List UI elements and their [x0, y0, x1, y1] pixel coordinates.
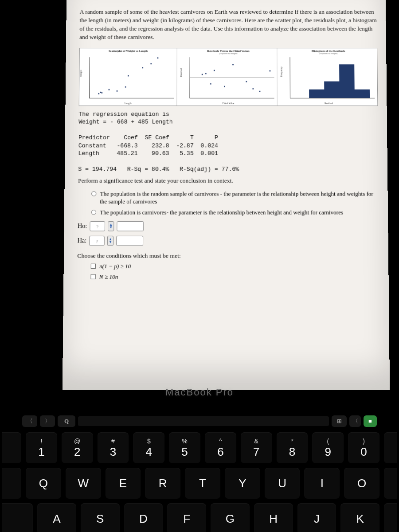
h0-label: Ho:: [78, 223, 87, 230]
key-E[interactable]: E: [106, 468, 141, 499]
residual-body: [189, 57, 274, 98]
key-8[interactable]: *8: [277, 432, 308, 463]
intro-text: A random sample of some of the heaviest …: [79, 8, 377, 42]
condition-2[interactable]: N ≥ 10n: [90, 273, 379, 281]
histogram-plot: Histogram of the Residuals (response is …: [280, 48, 377, 106]
worksheet-page: A random sample of some of the heaviest …: [63, 0, 390, 390]
scatter-plot: Scatterplot of Weight vs Length Weight L…: [79, 48, 177, 106]
option-2[interactable]: The population is carnivores- the parame…: [91, 208, 379, 216]
key-K[interactable]: K: [340, 503, 379, 532]
touch-bar: 〈 〉 Q ⊞ 〈 ■: [18, 415, 381, 428]
key-edge-right[interactable]: [384, 468, 397, 499]
key-edge-right[interactable]: [384, 503, 397, 532]
key-G[interactable]: G: [211, 503, 250, 532]
condition-2-text: N ≥ 10n: [99, 273, 118, 281]
touchbar-forward[interactable]: 〉: [40, 415, 55, 427]
key-4[interactable]: $4: [133, 432, 164, 463]
scatter-body: [89, 57, 174, 98]
hist-body: [290, 57, 375, 98]
key-Y[interactable]: Y: [225, 468, 260, 499]
touchbar-search-icon[interactable]: Q: [58, 415, 75, 427]
key-edge-left[interactable]: [2, 432, 21, 463]
keyboard: !1@2#3$4%5^6&7*8(9)0 QWERTYUIO ASDFGHJK …: [0, 432, 399, 532]
option-1[interactable]: The population is the random sample of c…: [91, 190, 379, 206]
condition-1-text: n(1 − p) ≥ 10: [99, 262, 131, 270]
key-R[interactable]: R: [145, 468, 180, 499]
ha-label: Ha:: [78, 237, 87, 244]
key-edge-left[interactable]: [2, 468, 21, 499]
key-9[interactable]: (9: [312, 432, 344, 463]
key-T[interactable]: T: [185, 468, 220, 499]
h0-input[interactable]: [117, 221, 144, 231]
key-3[interactable]: #3: [98, 432, 129, 463]
h0-row: Ho: ? ▲▼: [78, 221, 379, 231]
checkbox-icon[interactable]: [90, 274, 95, 279]
ha-row: Ha: ? ▲▼: [78, 235, 379, 246]
key-W[interactable]: W: [66, 468, 101, 499]
question-prompt: Perform a significance test and state yo…: [78, 177, 379, 184]
key-edge-right[interactable]: [384, 432, 397, 463]
touchbar-newtab-icon[interactable]: ⊞: [332, 415, 347, 427]
key-O[interactable]: O: [344, 468, 379, 499]
h0-select-arrow[interactable]: ▲▼: [108, 221, 114, 231]
ha-select[interactable]: ?: [89, 235, 105, 246]
key-D[interactable]: D: [124, 503, 163, 532]
key-U[interactable]: U: [265, 468, 300, 499]
regression-output: The regression equation is Weight = - 66…: [78, 110, 379, 174]
key-0[interactable]: )0: [348, 432, 379, 463]
ha-input[interactable]: [116, 235, 143, 246]
touchbar-back[interactable]: 〈: [22, 415, 37, 427]
radio-icon[interactable]: [91, 191, 96, 196]
residual-plot: Residuals Versus the Fitted Values (resp…: [180, 48, 278, 106]
h0-select[interactable]: ?: [90, 221, 105, 231]
key-J[interactable]: J: [297, 503, 336, 532]
key-5[interactable]: %5: [169, 432, 200, 463]
key-2[interactable]: @2: [62, 432, 93, 463]
touchbar-url-area[interactable]: [78, 416, 329, 426]
key-edge-left[interactable]: [2, 503, 33, 532]
key-F[interactable]: F: [167, 503, 206, 532]
key-S[interactable]: S: [81, 503, 120, 532]
radio-icon[interactable]: [91, 210, 96, 215]
touchbar-chevron-icon[interactable]: 〈: [349, 415, 361, 427]
key-Q[interactable]: Q: [26, 468, 61, 499]
key-7[interactable]: &7: [241, 432, 272, 463]
option-2-text: The population is carnivores- the parame…: [100, 208, 343, 216]
key-I[interactable]: I: [304, 468, 340, 499]
touchbar-video-icon[interactable]: ■: [364, 415, 377, 427]
macbook-label: MacBook Pro: [0, 387, 399, 398]
key-6[interactable]: ^6: [205, 432, 236, 463]
plots-panel: Scatterplot of Weight vs Length Weight L…: [79, 48, 378, 106]
ha-select-arrow[interactable]: ▲▼: [107, 235, 113, 246]
conditions-heading: Choose the conditions which must be met:: [77, 252, 379, 259]
option-1-text: The population is the random sample of c…: [100, 190, 379, 206]
key-1[interactable]: !1: [26, 432, 57, 463]
condition-1[interactable]: n(1 − p) ≥ 10: [91, 262, 379, 270]
checkbox-icon[interactable]: [91, 263, 96, 268]
key-A[interactable]: A: [37, 503, 76, 532]
key-H[interactable]: H: [254, 503, 293, 532]
